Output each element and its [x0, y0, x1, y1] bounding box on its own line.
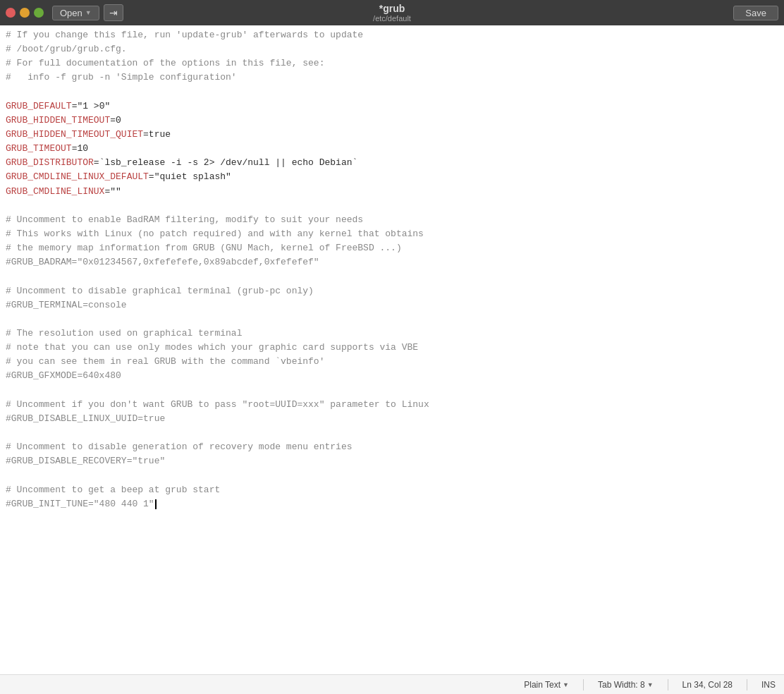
statusbar-right: Plain Text ▼ Tab Width: 8 ▼ Ln 34, Col 2…	[524, 679, 776, 690]
open-button[interactable]: Open ▼	[52, 6, 99, 20]
position-item: Ln 34, Col 28	[682, 680, 733, 690]
close-button[interactable]	[6, 8, 16, 18]
pin-button[interactable]: ⇥	[104, 4, 123, 21]
titlebar: Open ▼ ⇥ *grub /etc/default Save	[0, 0, 784, 25]
minimize-button[interactable]	[20, 8, 30, 18]
position-label: Ln 34, Col 28	[682, 680, 733, 690]
window-title: *grub /etc/default	[373, 3, 411, 23]
editor-area[interactable]: # If you change this file, run 'update-g…	[0, 25, 784, 694]
open-label: Open	[60, 8, 82, 18]
save-button[interactable]: Save	[733, 6, 778, 20]
editor-content[interactable]: # If you change this file, run 'update-g…	[0, 25, 784, 674]
separator1	[583, 679, 584, 690]
separator2	[668, 679, 668, 690]
filename: *grub	[373, 3, 411, 14]
maximize-button[interactable]	[34, 8, 44, 18]
filepath: /etc/default	[373, 14, 411, 23]
tab-width-item[interactable]: Tab Width: 8 ▼	[598, 680, 654, 690]
plain-text-label: Plain Text	[524, 680, 561, 690]
separator3	[747, 679, 747, 690]
ins-label: INS	[761, 680, 776, 690]
ins-item: INS	[761, 680, 776, 690]
pin-icon: ⇥	[109, 7, 118, 18]
plain-text-item[interactable]: Plain Text ▼	[524, 680, 569, 690]
tab-width-arrow: ▼	[647, 681, 654, 688]
plain-text-arrow: ▼	[563, 681, 569, 688]
window-controls	[6, 8, 44, 18]
tab-width-label: Tab Width: 8	[598, 680, 645, 690]
statusbar: Plain Text ▼ Tab Width: 8 ▼ Ln 34, Col 2…	[0, 674, 784, 694]
open-dropdown-arrow: ▼	[85, 9, 92, 16]
